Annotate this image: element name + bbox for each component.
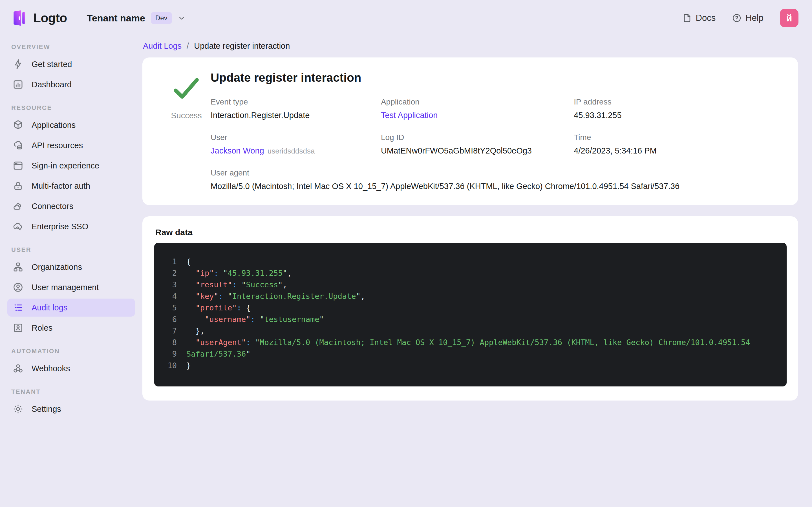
- code-line: 8 "userAgent": "Mozilla/5.0 (Macintosh; …: [161, 337, 776, 348]
- field-ip-address: IP address45.93.31.255: [574, 98, 778, 120]
- gear-icon: [12, 403, 24, 414]
- status-column: Success: [162, 71, 211, 191]
- code-text: "username": "testusername": [177, 314, 324, 325]
- code-line: 1{: [161, 256, 776, 267]
- sidebar-item-label: Settings: [32, 404, 61, 414]
- breadcrumb: Audit Logs / Update register interaction: [143, 40, 798, 52]
- person-circle-icon: [12, 282, 24, 293]
- breadcrumb-audit-logs-link[interactable]: Audit Logs: [143, 41, 182, 50]
- field-label: User agent: [211, 168, 778, 177]
- field-application: ApplicationTest Application: [381, 98, 574, 120]
- logto-logo: Logto: [10, 9, 67, 27]
- logto-logo-icon: [10, 9, 28, 27]
- field-user-agent: User agent Mozilla/5.0 (Macintosh; Intel…: [211, 168, 778, 191]
- list-icon: [12, 302, 24, 313]
- sidebar-item-label: User management: [32, 283, 99, 292]
- lightning-icon: [12, 59, 24, 70]
- field-value: Interaction.Register.Update: [211, 111, 381, 120]
- code-line: 9Safari/537.36": [161, 348, 776, 360]
- sidebar-item-roles[interactable]: Roles: [7, 319, 135, 337]
- docs-label: Docs: [696, 13, 716, 23]
- code-text: "key": "Interaction.Register.Update",: [177, 290, 365, 302]
- docs-button[interactable]: Docs: [682, 13, 716, 23]
- success-check-icon: [172, 75, 201, 102]
- code-text: "profile": {: [177, 302, 251, 314]
- line-number: 2: [161, 267, 177, 279]
- sidebar-item-label: Get started: [32, 60, 72, 69]
- sidebar-item-dashboard[interactable]: Dashboard: [7, 75, 135, 94]
- cube-icon: [12, 119, 24, 131]
- field-time: Time4/26/2023, 5:34:16 PM: [574, 133, 778, 156]
- browser-icon: [12, 160, 24, 171]
- sidebar-item-label: API resources: [32, 141, 83, 150]
- code-text: "userAgent": "Mozilla/5.0 (Macintosh; In…: [177, 337, 750, 348]
- lock-icon: [12, 180, 24, 191]
- field-value: 4/26/2023, 5:34:16 PM: [574, 146, 778, 156]
- sidebar-item-label: Audit logs: [32, 303, 67, 313]
- code-text: "result": "Success",: [177, 279, 287, 290]
- topbar-actions: Docs Help й: [682, 9, 799, 27]
- sidebar-item-label: Applications: [32, 121, 75, 130]
- field-label: User: [211, 133, 381, 142]
- field-value: 45.93.31.255: [574, 111, 778, 120]
- sidebar-item-label: Sign-in experience: [32, 161, 99, 170]
- cloud-box-icon: [12, 140, 24, 151]
- field-label: IP address: [574, 98, 778, 107]
- sidebar-item-label: Connectors: [32, 202, 73, 211]
- sidebar: OVERVIEWGet startedDashboardRESOURCEAppl…: [0, 36, 142, 507]
- line-number: 5: [161, 302, 177, 314]
- breadcrumb-separator: /: [187, 41, 189, 50]
- help-label: Help: [746, 13, 763, 23]
- field-value-link[interactable]: Jackson Wong: [211, 146, 264, 155]
- sidebar-item-applications[interactable]: Applications: [7, 116, 135, 134]
- user-id-suffix: useridsddsdsa: [267, 147, 315, 155]
- log-detail-card: Success Update register interaction Even…: [142, 57, 798, 205]
- line-number: 1: [161, 256, 177, 267]
- topbar-divider: [77, 12, 77, 24]
- document-icon: [682, 13, 692, 23]
- sidebar-item-label: Multi-factor auth: [32, 181, 90, 191]
- code-text: "ip": "45.93.31.255",: [177, 267, 292, 279]
- sidebar-item-webhooks[interactable]: Webhooks: [7, 359, 135, 378]
- code-line: 7 },: [161, 325, 776, 337]
- sidebar-item-multi-factor-auth[interactable]: Multi-factor auth: [7, 177, 135, 195]
- field-label: Application: [381, 98, 574, 107]
- logo-wordmark: Logto: [33, 11, 67, 25]
- chevron-down-icon: [177, 14, 186, 22]
- dashboard-icon: [12, 79, 24, 90]
- field-value-link[interactable]: Test Application: [381, 111, 438, 120]
- avatar[interactable]: й: [780, 9, 799, 27]
- field-log-id: Log IDUMatENw0rFWO5aGbMI8tY2Qol50eOg3: [381, 133, 574, 156]
- sidebar-item-label: Roles: [32, 323, 52, 333]
- line-number: 10: [161, 360, 177, 371]
- code-text: {: [177, 256, 191, 267]
- sidebar-item-connectors[interactable]: Connectors: [7, 197, 135, 215]
- code-line: 3 "result": "Success",: [161, 279, 776, 290]
- tenant-env-badge: Dev: [151, 12, 172, 24]
- question-circle-icon: [732, 13, 742, 23]
- sidebar-item-sign-in-experience[interactable]: Sign-in experience: [7, 157, 135, 175]
- sidebar-item-get-started[interactable]: Get started: [7, 55, 135, 73]
- sidebar-item-enterprise-sso[interactable]: Enterprise SSO: [7, 217, 135, 235]
- raw-data-code-block: 1{2 "ip": "45.93.31.255",3 "result": "Su…: [154, 243, 786, 386]
- topbar: Logto Tenant name Dev Docs Help: [0, 0, 812, 36]
- sidebar-section-label: TENANT: [11, 388, 135, 395]
- sidebar-item-audit-logs[interactable]: Audit logs: [7, 298, 135, 317]
- sidebar-item-label: Enterprise SSO: [32, 222, 88, 231]
- code-text: },: [177, 325, 205, 337]
- sidebar-item-settings[interactable]: Settings: [7, 400, 135, 418]
- status-badge: Success: [171, 111, 202, 120]
- sidebar-item-api-resources[interactable]: API resources: [7, 136, 135, 154]
- field-label: Time: [574, 133, 778, 142]
- line-number: 9: [161, 348, 177, 360]
- raw-data-title: Raw data: [155, 228, 786, 237]
- help-button[interactable]: Help: [732, 13, 763, 23]
- sidebar-item-organizations[interactable]: Organizations: [7, 258, 135, 276]
- sidebar-item-user-management[interactable]: User management: [7, 278, 135, 296]
- sidebar-item-label: Webhooks: [32, 364, 70, 373]
- code-line: 6 "username": "testusername": [161, 314, 776, 325]
- tenant-selector[interactable]: Tenant name Dev: [87, 12, 186, 24]
- tenant-name: Tenant name: [87, 13, 145, 24]
- clouds-icon: [12, 201, 24, 212]
- code-text: Safari/537.36": [177, 348, 251, 360]
